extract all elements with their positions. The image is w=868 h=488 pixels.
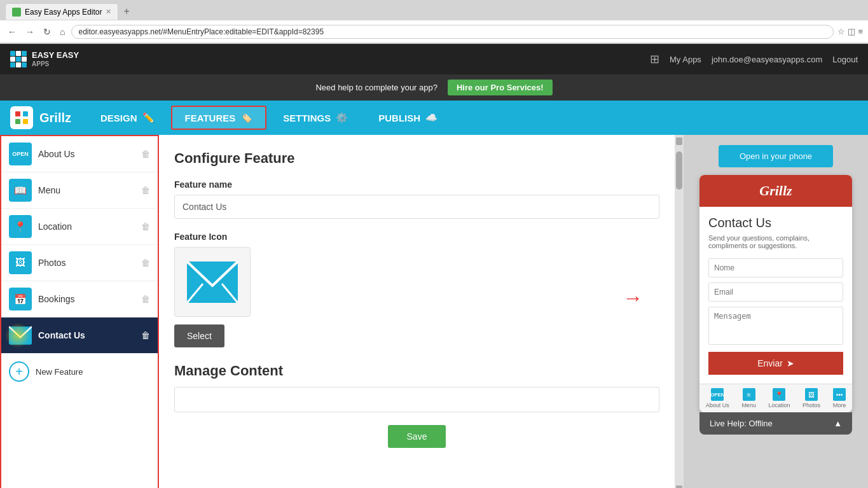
features-label: FEATURES [185, 113, 236, 123]
new-tab-btn[interactable]: + [118, 3, 134, 20]
tab-publish[interactable]: PUBLISH ☁️ [364, 106, 451, 130]
svg-rect-2 [15, 119, 20, 124]
sidebar-item-about-us[interactable]: OPEN About Us 🗑 [1, 136, 158, 172]
feature-icon-box [174, 247, 251, 317]
browser-tab[interactable]: Easy Easy Apps Editor ✕ [5, 3, 118, 20]
bookmark-icon[interactable]: ☆ [837, 27, 845, 36]
phone-submit-btn[interactable]: Enviar ➤ [708, 352, 843, 375]
select-icon-btn[interactable]: Select [174, 324, 224, 347]
sidebar-item-bookings[interactable]: 📅 Bookings 🗑 [1, 281, 158, 317]
tab-features[interactable]: FEATURES 🏷️ [171, 106, 267, 130]
feature-icon-label: Feature Icon [174, 232, 659, 242]
footer-item-menu[interactable]: ≡ Menu [741, 388, 756, 408]
footer-menu-icon: ≡ [743, 388, 755, 401]
phone-frame: Grillz Contact Us Send your questions, c… [699, 175, 852, 412]
hire-btn[interactable]: Hire our Pro Services! [448, 80, 553, 95]
bookings-icon: 📅 [9, 288, 32, 310]
home-btn[interactable]: ⌂ [57, 25, 67, 38]
phone-footer: OPEN About Us ≡ Menu 📍 Location 🖼 Photos… [699, 384, 852, 412]
footer-item-photos[interactable]: 🖼 Photos [803, 388, 820, 408]
new-feature-item[interactable]: + New Feature [1, 354, 158, 389]
footer-item-location[interactable]: 📍 Location [768, 388, 790, 408]
location-icon: 📍 [9, 215, 32, 238]
send-icon: ➤ [787, 358, 794, 368]
sidebar-item-menu[interactable]: 📖 Menu 🗑 [1, 172, 158, 209]
contact-us-icon [9, 324, 32, 347]
tab-design[interactable]: DESIGN ✏️ [86, 106, 169, 130]
content-area: Configure Feature Feature name Feature I… [159, 135, 675, 488]
brand-name: EASY EASY APPS [32, 51, 79, 67]
menu-icon: 📖 [9, 179, 32, 202]
apps-grid-icon: ⊞ [650, 52, 659, 66]
email-icon-preview [187, 261, 238, 303]
refresh-btn[interactable]: ↻ [41, 25, 53, 38]
forward-btn[interactable]: → [23, 25, 37, 38]
browser-chrome: Easy Easy Apps Editor ✕ + ← → ↻ ⌂ ☆ ◫ ≡ [0, 0, 868, 44]
phone-header: Grillz [699, 175, 852, 207]
app-icon [10, 106, 33, 129]
book-icon: 📖 [14, 185, 27, 197]
menu-icon[interactable]: ≡ [858, 27, 863, 36]
tag-icon: 🏷️ [240, 112, 252, 123]
pin-icon: 📍 [14, 221, 27, 233]
delete-about-us-icon[interactable]: 🗑 [141, 149, 150, 159]
address-bar: ← → ↻ ⌂ ☆ ◫ ≡ [0, 20, 868, 43]
extensions-icon[interactable]: ◫ [848, 27, 855, 36]
scrollbar[interactable] [675, 135, 684, 488]
delete-menu-icon[interactable]: 🗑 [141, 185, 150, 195]
svg-rect-3 [23, 119, 28, 124]
phone-name-input[interactable] [708, 258, 843, 277]
svg-rect-0 [15, 111, 20, 116]
app-name: Grillz [10, 106, 71, 129]
tab-bar: Easy Easy Apps Editor ✕ + [0, 0, 868, 20]
save-btn[interactable]: Save [388, 425, 446, 448]
sidebar-item-contact-us[interactable]: Contact Us 🗑 [1, 317, 158, 354]
sidebar-item-photos[interactable]: 🖼 Photos 🗑 [1, 245, 158, 281]
footer-photos-icon: 🖼 [805, 388, 818, 401]
tab-close-btn[interactable]: ✕ [106, 8, 111, 16]
phone-email-input[interactable] [708, 282, 843, 302]
live-help-bar[interactable]: Live Help: Offline ▲ [699, 412, 852, 435]
url-input[interactable] [71, 25, 834, 39]
address-icons: ☆ ◫ ≡ [837, 27, 863, 36]
phone-app-name: Grillz [707, 183, 844, 199]
help-text: Need help to complete your app? [315, 83, 437, 92]
phone-message-input[interactable] [708, 307, 843, 345]
calendar-icon: 📅 [14, 293, 27, 305]
back-btn[interactable]: ← [5, 25, 19, 38]
manage-content-input[interactable] [174, 387, 659, 412]
top-nav: Grillz DESIGN ✏️ FEATURES 🏷️ SETTINGS ⚙️… [0, 101, 868, 135]
tab-settings[interactable]: SETTINGS ⚙️ [269, 106, 362, 130]
about-us-label: About Us [38, 149, 135, 159]
my-apps-btn[interactable]: My Apps [670, 55, 701, 64]
delete-location-icon[interactable]: 🗑 [141, 221, 150, 232]
user-email: john.doe@easyeasyapps.com [712, 55, 822, 64]
about-us-icon: OPEN [9, 143, 32, 165]
feature-name-input[interactable] [174, 195, 659, 219]
open-badge: OPEN [12, 151, 29, 157]
location-label: Location [38, 221, 135, 232]
scrollbar-thumb[interactable] [676, 151, 682, 190]
logout-btn[interactable]: Logout [832, 55, 858, 64]
footer-item-more[interactable]: ••• More [833, 388, 846, 408]
open-in-phone-btn[interactable]: Open in your phone [719, 145, 833, 167]
help-bar: Need help to complete your app? Hire our… [0, 74, 868, 101]
sidebar-item-location[interactable]: 📍 Location 🗑 [1, 209, 158, 245]
photos-icon: 🖼 [9, 251, 32, 274]
bookings-label: Bookings [38, 294, 135, 304]
delete-photos-icon[interactable]: 🗑 [141, 258, 150, 268]
new-feature-label: New Feature [36, 367, 83, 377]
app-logo: EASY EASY APPS [10, 51, 79, 67]
live-help-chevron-icon: ▲ [834, 419, 842, 428]
photos-label: Photos [38, 258, 135, 268]
footer-about-icon: OPEN [711, 388, 724, 401]
delete-contact-us-icon[interactable]: 🗑 [141, 330, 150, 340]
footer-more-icon: ••• [833, 388, 846, 401]
footer-item-about[interactable]: OPEN About Us [706, 388, 729, 408]
add-circle-icon: + [9, 361, 29, 382]
sidebar: OPEN About Us 🗑 📖 Menu 🗑 📍 Location 🗑 🖼 [0, 135, 159, 488]
svg-rect-1 [23, 111, 28, 116]
publish-label: PUBLISH [378, 113, 420, 123]
delete-bookings-icon[interactable]: 🗑 [141, 294, 150, 304]
feature-name-label: Feature name [174, 179, 659, 190]
